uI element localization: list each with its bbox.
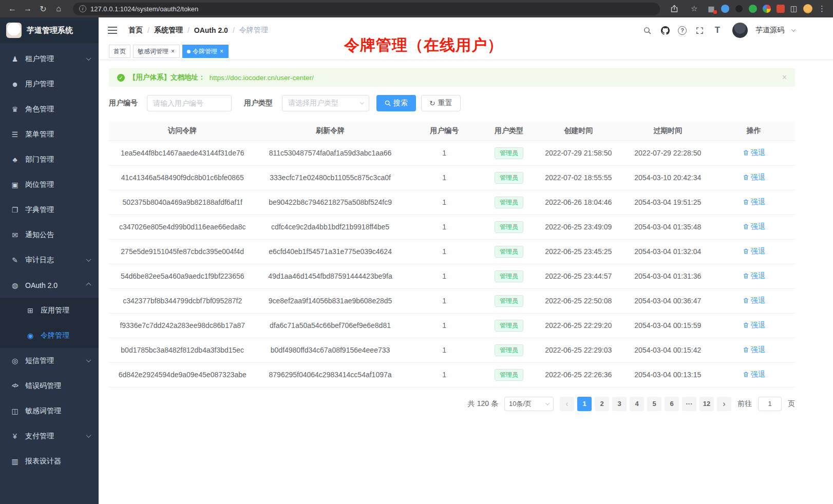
sidebar-item-oauth[interactable]: ◍ OAuth 2.0 bbox=[0, 273, 99, 298]
sidebar-item-department[interactable]: ♣ 部门管理 bbox=[0, 147, 99, 172]
sidebar-item-post[interactable]: ▣ 岗位管理 bbox=[0, 172, 99, 197]
page-button-4[interactable]: 4 bbox=[630, 397, 644, 411]
page-button-6[interactable]: 6 bbox=[665, 397, 679, 411]
user-type-badge: 管理员 bbox=[495, 246, 523, 258]
user-id-input[interactable] bbox=[147, 95, 232, 111]
breadcrumb: 首页 / 系统管理 / OAuth 2.0 / 令牌管理 bbox=[128, 26, 268, 35]
table-row: c342377bf8b344799dcbf7bf095287f2 9ce8ef2… bbox=[109, 288, 795, 313]
page-button-1[interactable]: 1 bbox=[577, 397, 592, 411]
sidebar-item-sms[interactable]: ◎ 短信管理 bbox=[0, 348, 99, 373]
user-type-badge: 管理员 bbox=[495, 172, 523, 184]
page-size-select[interactable]: 10条/页 bbox=[504, 397, 554, 411]
close-icon[interactable]: × bbox=[782, 73, 787, 82]
force-logout-button[interactable]: 强退 bbox=[743, 173, 765, 182]
extension-icon-4[interactable] bbox=[749, 5, 757, 13]
sidebar-item-audit-log[interactable]: ✎ 审计日志 bbox=[0, 247, 99, 273]
sidebar-item-tenant[interactable]: ♟ 租户管理 bbox=[0, 46, 99, 71]
close-icon[interactable]: × bbox=[219, 48, 224, 54]
browser-home-icon[interactable]: ⌂ bbox=[51, 2, 66, 15]
cell-expires: 2054-03-04 01:31:36 bbox=[623, 264, 712, 288]
sidebar-item-error-code[interactable]: </> 错误码管理 bbox=[0, 373, 99, 398]
extension-icon-1[interactable]: ▦ bbox=[707, 5, 715, 13]
tab-home[interactable]: 首页 bbox=[109, 45, 130, 58]
force-logout-button[interactable]: 强退 bbox=[743, 345, 765, 355]
user-avatar[interactable] bbox=[732, 23, 748, 38]
page-button-3[interactable]: 3 bbox=[612, 397, 627, 411]
cell-refresh-token: b0df4980ffd34c67a08f9156e4eee733 bbox=[256, 338, 404, 362]
browser-menu-icon[interactable]: ⋮ bbox=[818, 4, 826, 13]
chevron-down-icon bbox=[545, 401, 550, 405]
sidebar-item-label: 角色管理 bbox=[25, 105, 54, 114]
reset-button[interactable]: ↻ 重置 bbox=[421, 95, 461, 111]
header-actions: ? T 芋道源码 bbox=[642, 23, 795, 38]
goto-page-input[interactable] bbox=[758, 397, 782, 411]
col-user-type: 用户类型 bbox=[484, 122, 534, 141]
force-logout-button[interactable]: 强退 bbox=[743, 370, 765, 379]
search-icon[interactable] bbox=[642, 25, 652, 35]
fullscreen-icon[interactable] bbox=[694, 25, 705, 35]
force-logout-button[interactable]: 强退 bbox=[743, 296, 765, 305]
help-icon[interactable]: ? bbox=[678, 26, 687, 35]
user-name[interactable]: 芋道源码 bbox=[755, 26, 784, 35]
force-logout-button[interactable]: 强退 bbox=[743, 321, 765, 330]
extension-icon-6[interactable] bbox=[777, 5, 785, 13]
cell-created: 2022-07-29 21:58:50 bbox=[534, 141, 623, 165]
search-button[interactable]: 搜索 bbox=[376, 95, 416, 111]
doc-link[interactable]: https://doc.iocoder.cn/user-center/ bbox=[210, 74, 314, 82]
user-icon: ☻ bbox=[10, 80, 20, 88]
sidebar-item-token-manage[interactable]: ◉ 令牌管理 bbox=[0, 323, 99, 348]
sidebar-item-role[interactable]: ♛ 角色管理 bbox=[0, 96, 99, 122]
page-button-12[interactable]: 12 bbox=[699, 397, 714, 411]
extension-icon-5[interactable] bbox=[763, 5, 771, 13]
force-logout-button[interactable]: 强退 bbox=[743, 247, 765, 256]
user-type-badge: 管理员 bbox=[495, 147, 523, 159]
force-logout-button[interactable]: 强退 bbox=[743, 222, 765, 231]
extension-icon-3[interactable] bbox=[735, 5, 743, 13]
active-tab-dot bbox=[187, 50, 191, 53]
browser-back-icon[interactable]: ← bbox=[5, 2, 20, 15]
browser-profile-avatar[interactable] bbox=[803, 4, 812, 13]
force-logout-button[interactable]: 强退 bbox=[743, 272, 765, 281]
sidebar-item-menu[interactable]: ☰ 菜单管理 bbox=[0, 122, 99, 147]
sidebar-item-payment[interactable]: ¥ 支付管理 bbox=[0, 423, 99, 449]
font-size-icon[interactable]: T bbox=[712, 25, 723, 35]
force-logout-button[interactable]: 强退 bbox=[743, 198, 765, 207]
sensitive-word-icon: ◫ bbox=[10, 407, 20, 415]
bookmark-star-icon[interactable]: ☆ bbox=[687, 2, 702, 15]
breadcrumb-system[interactable]: 系统管理 bbox=[154, 26, 183, 35]
more-pages-button[interactable]: ··· bbox=[682, 397, 696, 411]
close-icon[interactable]: × bbox=[171, 48, 175, 54]
table-row: 1ea5e44f8bc1467aaede43144f31de76 811c530… bbox=[109, 141, 795, 165]
breadcrumb-home[interactable]: 首页 bbox=[128, 26, 143, 35]
tab-token-manage[interactable]: 令牌管理 × bbox=[182, 45, 229, 58]
tab-sensitive-words[interactable]: 敏感词管理 × bbox=[133, 45, 180, 58]
sidebar-item-dictionary[interactable]: ❐ 字典管理 bbox=[0, 197, 99, 222]
split-window-icon[interactable]: ◫ bbox=[790, 4, 798, 13]
github-icon[interactable] bbox=[660, 25, 670, 35]
app-icon: ⊞ bbox=[26, 306, 35, 315]
site-info-icon[interactable]: i bbox=[79, 5, 86, 12]
page-button-5[interactable]: 5 bbox=[647, 397, 661, 411]
cell-actions: 强退 bbox=[712, 264, 795, 288]
sidebar-item-app-manage[interactable]: ⊞ 应用管理 bbox=[0, 298, 99, 323]
extension-icon-2[interactable] bbox=[721, 5, 729, 13]
sidebar-item-user[interactable]: ☻ 用户管理 bbox=[0, 71, 99, 96]
browser-forward-icon[interactable]: → bbox=[21, 2, 35, 15]
force-logout-button[interactable]: 强退 bbox=[743, 148, 765, 158]
user-type-select[interactable]: 请选择用户类型 bbox=[282, 95, 369, 111]
cell-user-type: 管理员 bbox=[484, 141, 534, 165]
page-button-2[interactable]: 2 bbox=[595, 397, 609, 411]
sidebar-item-report-designer[interactable]: ▥ 报表设计器 bbox=[0, 449, 99, 474]
cell-user-type: 管理员 bbox=[484, 264, 534, 288]
cell-created: 2022-06-25 22:29:03 bbox=[534, 338, 623, 362]
sidebar-item-notice[interactable]: ✉ 通知公告 bbox=[0, 222, 99, 247]
browser-reload-icon[interactable]: ↻ bbox=[36, 2, 50, 15]
next-page-button[interactable]: › bbox=[717, 397, 731, 411]
sidebar-item-sensitive-word[interactable]: ◫ 敏感词管理 bbox=[0, 398, 99, 423]
cell-expires: 2054-03-04 19:51:25 bbox=[623, 190, 712, 215]
browser-address-bar[interactable]: i 127.0.0.1:1024/system/oauth2/token bbox=[73, 3, 660, 15]
collapse-menu-icon[interactable] bbox=[108, 30, 117, 31]
prev-page-button[interactable]: ‹ bbox=[560, 397, 574, 411]
share-icon[interactable] bbox=[667, 2, 681, 15]
breadcrumb-oauth[interactable]: OAuth 2.0 bbox=[194, 26, 228, 34]
